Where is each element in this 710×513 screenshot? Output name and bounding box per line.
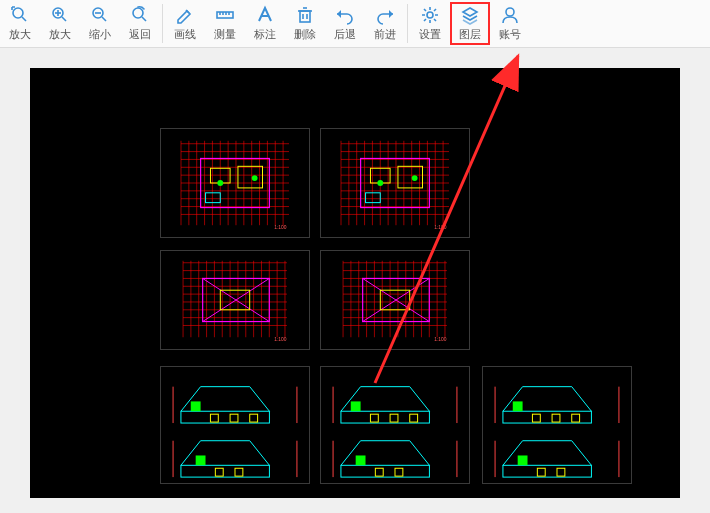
toolbar-separator	[162, 4, 163, 43]
zoom-bracket-icon	[9, 5, 31, 25]
pencil-icon	[174, 5, 196, 25]
toolbar-label: 画线	[174, 27, 196, 42]
drawing-thumb-elev-3[interactable]	[482, 366, 632, 484]
delete-button[interactable]: 删除	[285, 2, 325, 45]
toolbar: 放大放大缩小返回画线测量标注删除后退前进设置图层账号	[0, 0, 710, 48]
redo-icon	[374, 5, 396, 25]
zoom-out-button[interactable]: 缩小	[80, 2, 120, 45]
svg-point-61	[412, 175, 418, 181]
text-a-icon	[254, 5, 276, 25]
svg-point-60	[377, 180, 383, 186]
measure-button[interactable]: 测量	[205, 2, 245, 45]
drawing-thumb-plan-2[interactable]: 1:100	[320, 128, 470, 238]
svg-rect-133	[196, 455, 206, 465]
svg-rect-154	[513, 401, 523, 411]
ruler-icon	[214, 5, 236, 25]
zoom-in-icon	[49, 5, 71, 25]
toolbar-separator	[407, 4, 408, 43]
svg-point-29	[252, 175, 258, 181]
svg-text:1:100: 1:100	[274, 337, 287, 342]
redo-button[interactable]: 前进	[365, 2, 405, 45]
account-button[interactable]: 账号	[490, 2, 530, 45]
toolbar-label: 删除	[294, 27, 316, 42]
drawing-thumb-elev-1[interactable]	[160, 366, 310, 484]
undo-button[interactable]: 后退	[325, 2, 365, 45]
toolbar-label: 放大	[9, 27, 31, 42]
toolbar-label: 缩小	[89, 27, 111, 42]
layers-button[interactable]: 图层	[450, 2, 490, 45]
toolbar-label: 账号	[499, 27, 521, 42]
toolbar-label: 标注	[254, 27, 276, 42]
toolbar-label: 图层	[459, 27, 481, 42]
svg-text:1:100: 1:100	[434, 337, 447, 342]
drawing-thumb-plan-1[interactable]: 1:100	[160, 128, 310, 238]
user-icon	[499, 5, 521, 25]
zoom-out-icon	[89, 5, 111, 25]
undo-icon	[334, 5, 356, 25]
canvas-area: 1:100 1:100 1:100	[0, 48, 710, 513]
svg-rect-93	[322, 251, 469, 349]
trash-icon	[294, 5, 316, 25]
toolbar-label: 前进	[374, 27, 396, 42]
svg-rect-140	[351, 401, 361, 411]
drawing-thumb-plan-4[interactable]: 1:100	[320, 250, 470, 350]
toolbar-label: 测量	[214, 27, 236, 42]
drawing-thumb-elev-2[interactable]	[320, 366, 470, 484]
zoom-in-button[interactable]: 放大	[40, 2, 80, 45]
annotate-button[interactable]: 标注	[245, 2, 285, 45]
layers-icon	[459, 5, 481, 25]
cad-canvas[interactable]: 1:100 1:100 1:100	[30, 68, 680, 498]
settings-button[interactable]: 设置	[410, 2, 450, 45]
toolbar-label: 返回	[129, 27, 151, 42]
svg-text:1:100: 1:100	[434, 225, 447, 230]
zoom-fit-button[interactable]: 放大	[0, 2, 40, 45]
svg-text:1:100: 1:100	[274, 225, 287, 230]
svg-point-28	[217, 180, 223, 186]
toolbar-label: 放大	[49, 27, 71, 42]
return-icon	[129, 5, 151, 25]
svg-rect-147	[356, 455, 366, 465]
drawing-thumb-plan-3[interactable]: 1:100	[160, 250, 310, 350]
back-button[interactable]: 返回	[120, 2, 160, 45]
svg-rect-161	[518, 455, 528, 465]
line-button[interactable]: 画线	[165, 2, 205, 45]
toolbar-label: 后退	[334, 27, 356, 42]
svg-rect-126	[191, 401, 201, 411]
svg-rect-64	[162, 251, 309, 349]
toolbar-label: 设置	[419, 27, 441, 42]
gear-icon	[419, 5, 441, 25]
